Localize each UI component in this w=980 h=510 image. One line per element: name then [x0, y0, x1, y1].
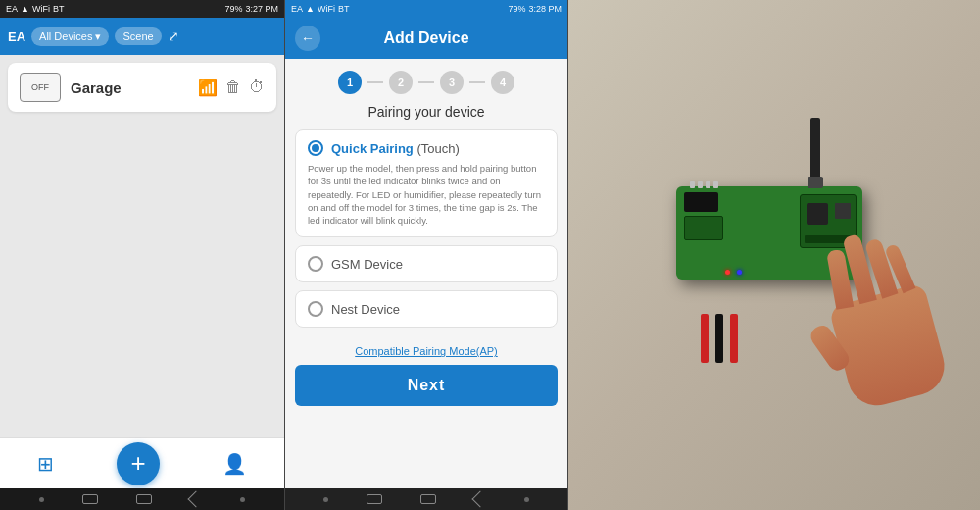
- device-switch-icon: OFF: [20, 73, 61, 102]
- pcb-secondary-chip: [684, 216, 723, 240]
- step-3-label: 3: [449, 76, 455, 88]
- step-1: 1: [338, 71, 362, 94]
- pin2: [698, 181, 703, 188]
- phone1-carrier: EA: [6, 4, 18, 14]
- add-device-button[interactable]: +: [117, 442, 160, 485]
- compatible-link-container: Compatible Pairing Mode(AP): [285, 341, 567, 359]
- step-4-label: 4: [500, 76, 506, 88]
- pin3: [706, 181, 710, 188]
- all-devices-label: All Devices: [39, 30, 92, 42]
- gesture2-dot2: [524, 497, 529, 502]
- phone2-gesture-bar: [285, 488, 567, 510]
- device-item-garage[interactable]: OFF Garage 📶 🗑 ⏱: [8, 63, 276, 112]
- step-connector-1: [368, 81, 383, 83]
- gesture2-recents[interactable]: [367, 494, 382, 504]
- timer-icon[interactable]: ⏱: [249, 78, 265, 96]
- option-gsm-label: GSM Device: [331, 257, 403, 272]
- scene-button[interactable]: Scene: [115, 27, 161, 45]
- option-nest-device[interactable]: Nest Device: [295, 290, 558, 328]
- status-bar-2: EA ▲ WiFi BT 79% 3:28 PM: [285, 0, 567, 18]
- gesture-recents[interactable]: [82, 494, 98, 504]
- home-icon: ⊞: [37, 452, 54, 476]
- profile-icon: 👤: [222, 452, 247, 476]
- expand-icon[interactable]: ⤢: [168, 28, 179, 44]
- wifi-icon: 📶: [198, 78, 218, 97]
- gesture-home[interactable]: [136, 494, 152, 504]
- nav-profile[interactable]: 👤: [211, 448, 259, 480]
- radio-gsm[interactable]: [308, 256, 323, 272]
- option-gsm-device[interactable]: GSM Device: [295, 245, 558, 282]
- photo-content: [568, 0, 980, 510]
- relay-coil: [807, 203, 828, 225]
- scene-label: Scene: [122, 30, 153, 42]
- pairing-title: Pairing your device: [285, 104, 567, 120]
- phone1-app-name: EA: [8, 29, 25, 44]
- status-bar2-left: EA ▲ WiFi BT: [291, 4, 349, 14]
- pin4: [713, 181, 718, 188]
- option-nest-header: Nest Device: [308, 301, 545, 317]
- all-devices-button[interactable]: All Devices ▾: [31, 27, 109, 46]
- phone1-top-bar: EA All Devices ▾ Scene ⤢: [0, 18, 284, 55]
- status-bar-1: EA ▲ WiFi BT 79% 3:27 PM: [0, 0, 284, 18]
- device-action-buttons: 📶 🗑 ⏱: [198, 78, 265, 97]
- relay-contact: [835, 203, 851, 219]
- usb-connector-area: [808, 118, 823, 188]
- phone2-time: 3:28 PM: [528, 4, 562, 14]
- status-bar-right-1: 79% 3:27 PM: [224, 4, 278, 14]
- option-quick-header: Quick Pairing (Touch): [308, 140, 545, 156]
- terminal-pins: [690, 181, 718, 188]
- led-red: [725, 270, 730, 275]
- device-name-garage: Garage: [71, 79, 188, 96]
- thumb: [808, 322, 854, 375]
- gesture-dot2: [240, 497, 245, 502]
- step-2-label: 2: [398, 76, 404, 88]
- phone1-wifi-icon: WiFi: [32, 4, 50, 14]
- next-button[interactable]: Next: [295, 365, 558, 406]
- compatible-link[interactable]: Compatible Pairing Mode(AP): [355, 345, 498, 357]
- add-icon: +: [130, 448, 145, 479]
- status-bar2-right: 79% 3:28 PM: [508, 4, 562, 14]
- phone1-bottom-nav: ⊞ + 👤: [0, 437, 284, 488]
- option-quick-label: Quick Pairing (Touch): [331, 141, 460, 156]
- wire-red: [701, 314, 709, 363]
- palm: [828, 282, 951, 412]
- step-2: 2: [389, 71, 413, 94]
- switch-off-label: OFF: [31, 82, 49, 92]
- add-device-header: ← Add Device: [285, 18, 567, 59]
- phone1-signal-icon: ▲: [21, 4, 29, 14]
- delete-icon[interactable]: 🗑: [225, 78, 241, 96]
- gesture-dot: [39, 497, 44, 502]
- gesture2-dot: [323, 497, 328, 502]
- phone1-panel: EA ▲ WiFi BT 79% 3:27 PM EA All Devices …: [0, 0, 284, 510]
- status-bar-left-1: EA ▲ WiFi BT: [6, 4, 64, 14]
- chevron-down-icon: ▾: [95, 30, 101, 43]
- phone2-panel: EA ▲ WiFi BT 79% 3:28 PM ← Add Device 1 …: [284, 0, 568, 510]
- step-4: 4: [491, 71, 514, 94]
- phone2-bluetooth-icon: BT: [338, 4, 350, 14]
- step-connector-2: [418, 81, 434, 83]
- option-gsm-header: GSM Device: [308, 256, 545, 272]
- usb-cable: [810, 118, 820, 177]
- wire-black: [715, 314, 723, 363]
- nav-home[interactable]: ⊞: [25, 448, 66, 480]
- back-icon: ←: [301, 30, 315, 46]
- add-device-title: Add Device: [383, 29, 468, 47]
- add-device-content: 1 2 3 4 Pairing your device Quick Pairin…: [285, 59, 567, 488]
- hand: [813, 226, 952, 412]
- phone2-carrier: EA: [291, 4, 303, 14]
- step-1-label: 1: [347, 76, 353, 88]
- pin1: [690, 181, 695, 188]
- radio-quick[interactable]: [308, 140, 323, 156]
- gesture2-home[interactable]: [420, 494, 436, 504]
- device-list-area: OFF Garage 📶 🗑 ⏱: [0, 55, 284, 437]
- hardware-photo-panel: [568, 0, 980, 510]
- option-nest-label: Nest Device: [331, 302, 400, 317]
- phone2-battery: 79%: [508, 4, 525, 14]
- radio-nest[interactable]: [308, 301, 323, 317]
- gesture-back[interactable]: [188, 491, 205, 508]
- option-quick-pairing[interactable]: Quick Pairing (Touch) Power up the model…: [295, 129, 558, 237]
- back-button[interactable]: ←: [295, 26, 320, 51]
- phone1-time: 3:27 PM: [245, 4, 278, 14]
- phone2-signal-icon: ▲: [306, 4, 315, 14]
- gesture2-back[interactable]: [471, 491, 488, 508]
